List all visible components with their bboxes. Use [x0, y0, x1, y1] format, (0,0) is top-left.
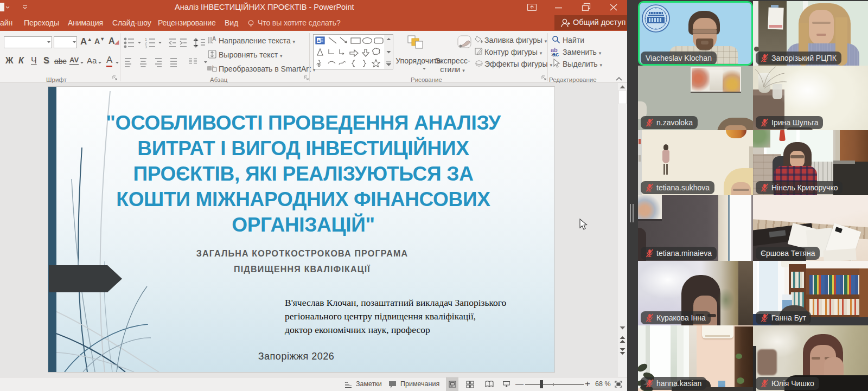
svg-text:1: 1: [145, 37, 147, 41]
svg-text:2: 2: [145, 41, 147, 45]
svg-text:ac: ac: [552, 51, 559, 56]
svg-text:A: A: [317, 39, 321, 43]
svg-text:3: 3: [145, 45, 147, 48]
svg-text:A: A: [212, 36, 216, 42]
